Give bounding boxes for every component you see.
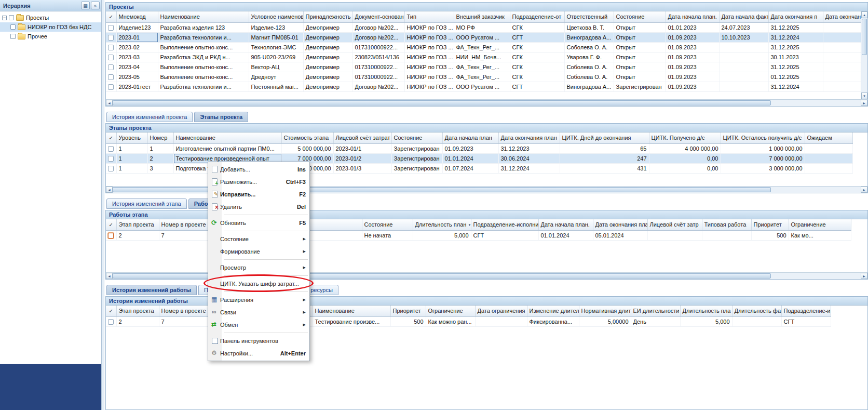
column-header[interactable]: Дата окончания план <box>593 219 647 230</box>
tree-item[interactable]: Проекты <box>0 13 101 22</box>
scroll-right-button[interactable] <box>861 187 867 193</box>
column-header[interactable]: Дата начала факт <box>719 11 768 22</box>
tab-stage-change-history[interactable]: История изменений этапа <box>106 199 187 209</box>
column-header[interactable]: Ответственный <box>564 11 614 22</box>
column-header[interactable]: Дата начала план <box>442 133 498 143</box>
table-row[interactable]: 2023-01Разработка технологии и...Магнит … <box>106 32 867 42</box>
tab-project-change-history[interactable]: История изменений проекта <box>106 112 193 122</box>
column-header[interactable]: Стоимость этапа <box>281 133 333 143</box>
row-checkbox[interactable] <box>108 74 114 80</box>
column-header[interactable]: Дата начала план. <box>538 219 593 230</box>
collapse-expander-icon[interactable] <box>2 16 7 20</box>
row-checkbox[interactable] <box>108 45 114 50</box>
tree-checkbox[interactable] <box>10 34 16 39</box>
row-checkbox[interactable] <box>108 64 114 70</box>
column-header[interactable]: Подразделение-от <box>510 11 564 22</box>
table-row[interactable]: 2023-01тестРазработка технологии и...Пос… <box>106 82 867 91</box>
vscroll-thumb[interactable] <box>862 19 867 55</box>
column-header[interactable]: Условное наименова <box>249 11 303 22</box>
vertical-scrollbar[interactable] <box>861 11 867 99</box>
tree-checkbox[interactable] <box>10 24 16 30</box>
column-header[interactable]: Нормативная длит <box>579 306 631 316</box>
table-row[interactable]: Изделие123Разработка изделия 123Изделие-… <box>106 22 867 32</box>
column-header[interactable]: Мнемокод <box>116 11 158 22</box>
column-header[interactable]: Типовая работа <box>702 219 751 230</box>
table-row[interactable]: 2023-04Выполнение опытно-конс...Вектор-А… <box>106 62 867 72</box>
row-checkbox[interactable] <box>108 35 114 41</box>
row-checkbox[interactable] <box>108 156 114 162</box>
column-header[interactable]: Приоритет <box>751 219 789 230</box>
column-header[interactable]: ЦИТК. Осталось получить д/с <box>721 133 805 143</box>
column-header[interactable]: Номер в проекте <box>159 306 209 316</box>
column-header[interactable]: Приоритет <box>390 306 426 316</box>
row-checkbox[interactable] <box>108 233 114 239</box>
scroll-left-button[interactable] <box>106 273 113 279</box>
row-checkbox[interactable] <box>108 25 114 31</box>
menu-item[interactable]: Формирование▶ <box>208 245 309 258</box>
table-row[interactable]: 11Изготовление опытной партии ПМ0...5 00… <box>106 143 852 153</box>
column-header[interactable]: Номер в проекте <box>159 219 209 230</box>
column-header[interactable]: Состояние <box>614 11 666 22</box>
column-header[interactable]: ЕИ длительности <box>631 306 680 316</box>
column-header[interactable]: Документ-основан <box>352 11 404 22</box>
horizontal-scrollbar[interactable] <box>106 99 867 106</box>
column-header[interactable]: Ограничение <box>426 306 475 316</box>
table-row[interactable]: 2023-02Выполнение опытно-конс...Технолог… <box>106 42 867 52</box>
column-header[interactable]: Принадлежность <box>303 11 352 22</box>
column-header[interactable]: Состояние <box>391 133 442 143</box>
column-header[interactable]: Лицевой счёт затрат <box>333 133 391 143</box>
column-header[interactable]: Этап проекта <box>116 219 159 230</box>
menu-item[interactable]: Обмен▶ <box>208 319 309 331</box>
column-header[interactable]: Дата окончания п <box>768 11 823 22</box>
column-header[interactable]: Наименование <box>158 11 249 22</box>
select-all-header[interactable]: ✓ <box>106 219 116 230</box>
vscroll-track[interactable] <box>861 18 867 92</box>
select-all-header[interactable]: ✓ <box>106 11 116 22</box>
column-header[interactable]: Длительность план▼ <box>413 219 471 230</box>
menu-item[interactable]: Состояние▶ <box>208 233 309 245</box>
column-header[interactable]: Изменение длител <box>527 306 579 316</box>
column-header[interactable]: Состояние <box>362 219 413 230</box>
table-row[interactable]: 2023-03Разработка ЭКД и РКД н...905-U020… <box>106 52 867 62</box>
column-header[interactable]: Тип <box>404 11 454 22</box>
scroll-right-button[interactable] <box>861 100 867 106</box>
column-header[interactable]: Уровень <box>116 133 147 143</box>
scroll-left-button[interactable] <box>106 100 113 106</box>
menu-item[interactable]: Связи▶ <box>208 306 309 319</box>
menu-item[interactable]: Исправить...F2 <box>208 188 309 201</box>
row-checkbox[interactable] <box>108 166 114 171</box>
column-header[interactable]: Подразделение-и <box>781 306 831 316</box>
menu-item[interactable]: Добавить...Ins <box>208 163 309 176</box>
column-header[interactable]: Ограничение <box>789 219 851 230</box>
hscroll-thumb[interactable] <box>113 100 771 105</box>
row-checkbox[interactable] <box>108 319 114 325</box>
column-header[interactable]: ЦИТК. Получено д/с <box>649 133 721 143</box>
column-header[interactable]: Внешний заказчик <box>454 11 510 22</box>
select-all-header[interactable]: ✓ <box>106 133 116 143</box>
menu-item[interactable]: Настройки...Alt+Enter <box>208 347 309 360</box>
menu-item[interactable]: ЦИТК. Указать шифр затрат... <box>208 277 309 290</box>
column-header[interactable]: Подразделение-исполнитель. <box>471 219 538 230</box>
menu-item[interactable]: Панель инструментов <box>208 335 309 347</box>
tab-work-change-history[interactable]: История изменений работы <box>106 285 197 295</box>
menu-item[interactable]: Расширения▶ <box>208 294 309 306</box>
menu-item[interactable]: УдалитьDel <box>208 201 309 213</box>
hscroll-track[interactable] <box>113 100 861 106</box>
sidebar-grid-button[interactable]: ▦ <box>81 2 90 9</box>
column-header[interactable]: Дата ограничения <box>475 306 527 316</box>
column-header[interactable]: Дата окончания план <box>498 133 560 143</box>
column-header[interactable]: Дата начала план. <box>666 11 719 22</box>
row-checkbox[interactable] <box>108 84 114 90</box>
tree-checkbox[interactable] <box>9 15 14 20</box>
column-header[interactable]: ЦИТК. Дней до окончания <box>560 133 649 143</box>
column-header[interactable]: Лицевой счёт затр <box>647 219 702 230</box>
scroll-down-button[interactable] <box>861 92 867 99</box>
scroll-left-button[interactable] <box>106 187 113 193</box>
menu-item[interactable]: Просмотр▶ <box>208 261 309 274</box>
scroll-up-button[interactable] <box>861 11 867 18</box>
tree-item[interactable]: Прочее <box>0 32 101 41</box>
table-row[interactable]: 2023-05Выполнение опытно-конс...Дредноут… <box>106 72 867 82</box>
column-header[interactable]: Этап проекта <box>116 306 159 316</box>
column-header[interactable]: Длительность фак <box>732 306 781 316</box>
menu-item[interactable]: ОбновитьF5 <box>208 217 309 229</box>
